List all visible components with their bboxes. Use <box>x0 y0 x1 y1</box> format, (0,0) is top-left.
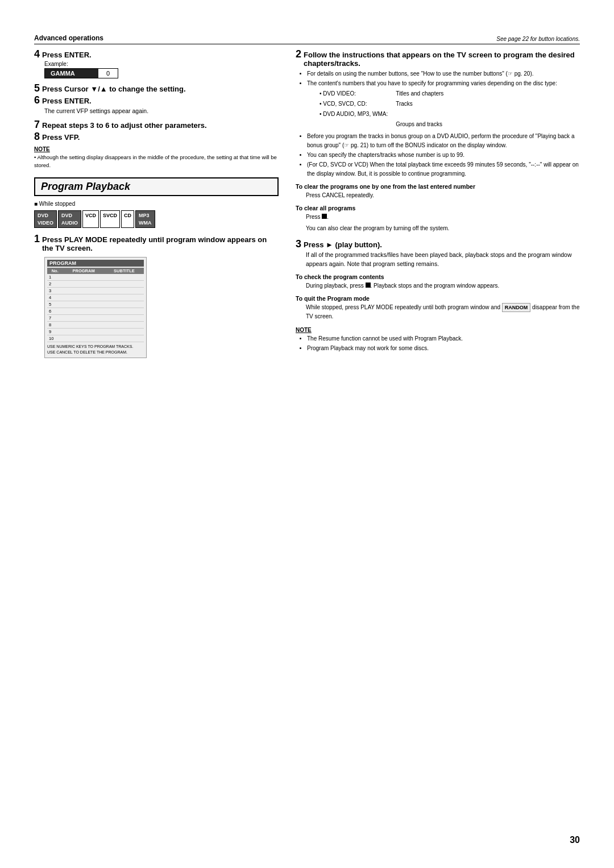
prog-note-1: USE NUMERIC KEYS TO PROGRAM TRACKS.USE C… <box>47 344 144 355</box>
while-stopped: ■ While stopped <box>34 201 279 207</box>
step-7-num: 7 <box>34 119 40 130</box>
prog-row: 3 <box>47 288 144 294</box>
note-box-right: NOTE The Resume function cannot be used … <box>296 327 580 353</box>
step-2-bullets: For details on using the number buttons,… <box>296 69 580 178</box>
also-clear-text: You can also clear the program by turnin… <box>306 224 580 233</box>
badge-dvd-video: DVDVIDEO <box>34 210 57 228</box>
program-screen: PROGRAM No. PROGRAM SUBTITLE 1 2 3 4 5 6… <box>44 257 147 358</box>
prog-row: 7 <box>47 315 144 322</box>
note-text-left: • Although the setting display disappear… <box>34 153 279 170</box>
step-2-heading: 2 Follow the instructions that appears o… <box>296 49 580 68</box>
prog-table: No. PROGRAM SUBTITLE 1 2 3 4 5 6 7 8 9 1… <box>47 268 144 342</box>
bullet-5: (For CD, SVCD or VCD) When the total pla… <box>307 160 580 178</box>
disc-dvd-video-val: Titles and chapters <box>396 89 443 98</box>
note-box-left: NOTE • Although the setting display disa… <box>34 146 279 170</box>
example-label: Example: <box>44 61 279 67</box>
disc-dvd-audio: • DVD AUDIO, MP3, WMA: <box>320 110 395 119</box>
note-title-right: NOTE <box>296 327 580 333</box>
step-4-text: Press ENTER. <box>42 51 92 59</box>
step-1-heading: 1 Press PLAY MODE repeatedly until progr… <box>34 234 279 252</box>
clear-all-heading: To clear all programs <box>296 205 580 211</box>
prog-row: 6 <box>47 308 144 315</box>
while-stopped-text: ■ While stopped <box>34 201 75 207</box>
badge-cd: CD <box>121 210 134 228</box>
check-contents-heading: To check the program contents <box>296 273 580 280</box>
step-4-num: 4 <box>34 49 40 59</box>
prog-row: 8 <box>47 322 144 329</box>
page-number: 30 <box>570 835 580 845</box>
quit-mode-text: While stopped, press PLAY MODE repeatedl… <box>306 303 580 321</box>
step-7-heading: 7 Repeat steps 3 to 6 to adjust other pa… <box>34 119 279 130</box>
stop-icon <box>322 214 327 219</box>
step-4-heading: 4 Press ENTER. <box>34 49 279 59</box>
badge-svcd: SVCD <box>100 210 120 228</box>
prog-row: 2 <box>47 281 144 288</box>
step-5-heading: 5 Press Cursor ▼/▲ to change the setting… <box>34 83 279 93</box>
step-6-sub: The current VFP settings appear again. <box>44 107 279 116</box>
step-3-num: 3 <box>296 239 301 249</box>
step-1-num: 1 <box>34 234 40 244</box>
bullet-2: The content's numbers that you have to s… <box>307 79 580 130</box>
stop-icon-2 <box>366 283 371 288</box>
left-column: 4 Press ENTER. Example: GAMMA 0 5 Press … <box>34 49 279 363</box>
bullet-4: You can specify the chapters/tracks whos… <box>307 151 580 160</box>
step-8-text: Press VFP. <box>42 133 80 142</box>
step-1-text: Press PLAY MODE repeatedly until program… <box>42 235 279 252</box>
section-heading: Program Playback <box>41 181 272 193</box>
bullet-1: For details on using the number buttons,… <box>307 69 580 78</box>
step-6-num: 6 <box>34 95 40 105</box>
prog-col-subtitle: SUBTITLE <box>105 268 144 274</box>
badge-dvd-audio: DVDAUDIO <box>58 210 81 228</box>
top-bar: Advanced operations See page 22 for butt… <box>34 34 580 44</box>
section-title: Advanced operations <box>34 34 103 42</box>
prog-row: 5 <box>47 301 144 308</box>
badge-mp3wma: MP3WMA <box>135 210 155 228</box>
clear-programs-heading: To clear the programs one by one from th… <box>296 183 580 190</box>
step-2-text: Follow the instructions that appears on … <box>304 51 580 68</box>
prog-col-no: No. <box>47 268 63 274</box>
step-8-heading: 8 Press VFP. <box>34 131 279 142</box>
step-3-sub: If all of the programmed tracks/files ha… <box>306 251 580 269</box>
note-bullet-2: Program Playback may not work for some d… <box>307 344 580 353</box>
disc-vcd: • VCD, SVCD, CD: <box>320 99 395 109</box>
prog-row: 4 <box>47 294 144 301</box>
page: Advanced operations See page 22 for butt… <box>0 0 614 868</box>
bullet-3: Before you program the tracks in bonus g… <box>307 132 580 150</box>
step-3-text: Press ► (play button). <box>304 240 382 249</box>
quit-mode-heading: To quit the Program mode <box>296 295 580 302</box>
badge-vcd: VCD <box>82 210 99 228</box>
gamma-value: 0 <box>98 69 118 78</box>
gamma-label: GAMMA <box>45 69 98 78</box>
prog-row: 9 <box>47 329 144 335</box>
step-6-heading: 6 Press ENTER. <box>34 95 279 105</box>
disc-dvd-video: • DVD VIDEO: <box>320 89 395 98</box>
program-playback-section: Program Playback <box>34 177 279 196</box>
check-contents-text: During playback, press . Playback stops … <box>306 281 580 290</box>
clear-all-text: Press . <box>306 213 580 222</box>
prog-col-program: PROGRAM <box>63 268 104 274</box>
note-bullets-right: The Resume function cannot be used with … <box>296 334 580 353</box>
clear-programs-text: Press CANCEL repeatedly. <box>306 191 580 200</box>
step-2-num: 2 <box>296 49 301 59</box>
step-3-heading: 3 Press ► (play button). <box>296 239 580 249</box>
right-column: 2 Follow the instructions that appears o… <box>296 49 580 363</box>
disc-vcd-val: Tracks <box>396 99 443 109</box>
two-column-layout: 4 Press ENTER. Example: GAMMA 0 5 Press … <box>34 49 580 363</box>
random-badge: RANDOM <box>502 303 531 312</box>
page-ref: See page 22 for button locations. <box>496 36 580 42</box>
disc-dvd-audio-blank <box>320 120 395 129</box>
note-title-left: NOTE <box>34 146 279 152</box>
disc-dvd-audio-groups: Groups and tracks <box>396 120 443 129</box>
step-5-text: Press Cursor ▼/▲ to change the setting. <box>42 85 186 93</box>
step-5-num: 5 <box>34 83 40 93</box>
disc-dvd-audio-val <box>396 110 443 119</box>
prog-row: 1 <box>47 274 144 281</box>
step-6-text: Press ENTER. <box>42 97 92 105</box>
step-7-text: Repeat steps 3 to 6 to adjust other para… <box>42 121 207 130</box>
prog-row: 10 <box>47 335 144 342</box>
note-bullet-1: The Resume function cannot be used with … <box>307 334 580 343</box>
gamma-box: GAMMA 0 <box>44 68 118 78</box>
badge-row: DVDVIDEO DVDAUDIO VCD SVCD CD MP3WMA <box>34 210 279 228</box>
step-8-num: 8 <box>34 131 40 142</box>
disc-type-table: • DVD VIDEO:Titles and chapters • VCD, S… <box>318 88 445 130</box>
